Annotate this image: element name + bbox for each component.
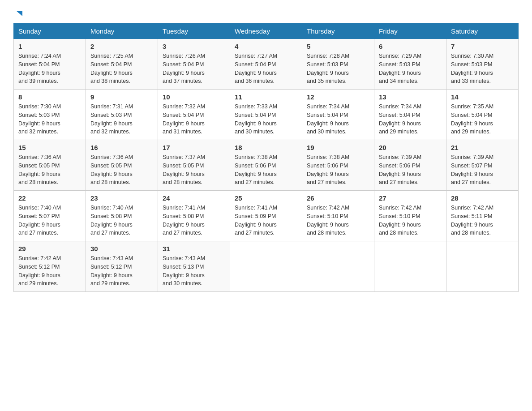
day-number: 24 [163, 194, 225, 202]
header-saturday: Saturday [446, 24, 519, 39]
calendar-cell: 17 Sunrise: 7:37 AM Sunset: 5:05 PM Dayl… [158, 140, 230, 191]
day-number: 26 [307, 194, 369, 202]
day-info: Sunrise: 7:29 AM Sunset: 5:03 PM Dayligh… [379, 52, 442, 86]
day-info: Sunrise: 7:36 AM Sunset: 5:05 PM Dayligh… [90, 153, 153, 187]
day-number: 20 [379, 144, 442, 151]
calendar-cell: 20 Sunrise: 7:39 AM Sunset: 5:06 PM Dayl… [374, 140, 446, 191]
day-number: 9 [90, 93, 153, 101]
day-number: 2 [90, 43, 153, 50]
day-info: Sunrise: 7:43 AM Sunset: 5:13 PM Dayligh… [163, 254, 225, 288]
day-info: Sunrise: 7:30 AM Sunset: 5:03 PM Dayligh… [18, 103, 81, 136]
calendar-cell: 28 Sunrise: 7:42 AM Sunset: 5:11 PM Dayl… [446, 191, 519, 241]
day-number: 11 [235, 93, 297, 101]
calendar-cell: 27 Sunrise: 7:42 AM Sunset: 5:10 PM Dayl… [374, 191, 446, 241]
calendar-week-row: 22 Sunrise: 7:40 AM Sunset: 5:07 PM Dayl… [14, 191, 519, 241]
day-number: 8 [18, 93, 81, 101]
day-number: 31 [163, 245, 225, 253]
page-header [13, 9, 519, 19]
calendar-cell: 8 Sunrise: 7:30 AM Sunset: 5:03 PM Dayli… [14, 90, 86, 140]
calendar-cell: 1 Sunrise: 7:24 AM Sunset: 5:04 PM Dayli… [14, 39, 86, 90]
calendar-cell: 6 Sunrise: 7:29 AM Sunset: 5:03 PM Dayli… [374, 39, 446, 90]
day-number: 22 [18, 194, 81, 202]
calendar-cell: 14 Sunrise: 7:35 AM Sunset: 5:04 PM Dayl… [446, 90, 519, 140]
calendar-cell: 4 Sunrise: 7:27 AM Sunset: 5:04 PM Dayli… [230, 39, 302, 90]
day-info: Sunrise: 7:42 AM Sunset: 5:10 PM Dayligh… [307, 204, 369, 237]
day-info: Sunrise: 7:38 AM Sunset: 5:06 PM Dayligh… [307, 153, 369, 187]
day-info: Sunrise: 7:25 AM Sunset: 5:04 PM Dayligh… [90, 52, 153, 86]
day-number: 7 [451, 43, 514, 50]
calendar-cell: 11 Sunrise: 7:33 AM Sunset: 5:04 PM Dayl… [230, 90, 302, 140]
day-info: Sunrise: 7:34 AM Sunset: 5:04 PM Dayligh… [379, 103, 442, 136]
day-number: 3 [163, 43, 225, 50]
calendar-cell: 29 Sunrise: 7:42 AM Sunset: 5:12 PM Dayl… [14, 241, 86, 292]
calendar-cell: 13 Sunrise: 7:34 AM Sunset: 5:04 PM Dayl… [374, 90, 446, 140]
calendar-cell: 12 Sunrise: 7:34 AM Sunset: 5:04 PM Dayl… [302, 90, 374, 140]
day-info: Sunrise: 7:35 AM Sunset: 5:04 PM Dayligh… [451, 103, 514, 136]
day-number: 17 [163, 144, 225, 151]
day-info: Sunrise: 7:40 AM Sunset: 5:08 PM Dayligh… [90, 204, 153, 237]
header-tuesday: Tuesday [158, 24, 230, 39]
calendar-cell: 24 Sunrise: 7:41 AM Sunset: 5:08 PM Dayl… [158, 191, 230, 241]
day-info: Sunrise: 7:26 AM Sunset: 5:04 PM Dayligh… [163, 52, 225, 86]
day-info: Sunrise: 7:38 AM Sunset: 5:06 PM Dayligh… [235, 153, 297, 187]
header-wednesday: Wednesday [230, 24, 302, 39]
day-number: 12 [307, 93, 369, 101]
calendar-cell [446, 241, 519, 292]
day-number: 10 [163, 93, 225, 101]
day-info: Sunrise: 7:40 AM Sunset: 5:07 PM Dayligh… [18, 204, 81, 237]
calendar-week-row: 8 Sunrise: 7:30 AM Sunset: 5:03 PM Dayli… [14, 90, 519, 140]
logo [13, 9, 24, 19]
day-info: Sunrise: 7:39 AM Sunset: 5:06 PM Dayligh… [379, 153, 442, 187]
day-number: 27 [379, 194, 442, 202]
calendar-header-row: SundayMondayTuesdayWednesdayThursdayFrid… [14, 24, 519, 39]
day-number: 25 [235, 194, 297, 202]
day-info: Sunrise: 7:43 AM Sunset: 5:12 PM Dayligh… [90, 254, 153, 288]
header-monday: Monday [86, 24, 158, 39]
calendar-cell: 26 Sunrise: 7:42 AM Sunset: 5:10 PM Dayl… [302, 191, 374, 241]
calendar-cell [374, 241, 446, 292]
calendar-cell: 22 Sunrise: 7:40 AM Sunset: 5:07 PM Dayl… [14, 191, 86, 241]
day-info: Sunrise: 7:34 AM Sunset: 5:04 PM Dayligh… [307, 103, 369, 136]
day-number: 14 [451, 93, 514, 101]
day-info: Sunrise: 7:31 AM Sunset: 5:03 PM Dayligh… [90, 103, 153, 136]
day-info: Sunrise: 7:33 AM Sunset: 5:04 PM Dayligh… [235, 103, 297, 136]
day-number: 30 [90, 245, 153, 253]
svg-marker-0 [16, 11, 22, 16]
calendar-cell: 23 Sunrise: 7:40 AM Sunset: 5:08 PM Dayl… [86, 191, 158, 241]
calendar-week-row: 15 Sunrise: 7:36 AM Sunset: 5:05 PM Dayl… [14, 140, 519, 191]
day-number: 6 [379, 43, 442, 50]
header-sunday: Sunday [14, 24, 86, 39]
day-info: Sunrise: 7:28 AM Sunset: 5:03 PM Dayligh… [307, 52, 369, 86]
header-thursday: Thursday [302, 24, 374, 39]
calendar-cell: 25 Sunrise: 7:41 AM Sunset: 5:09 PM Dayl… [230, 191, 302, 241]
day-info: Sunrise: 7:24 AM Sunset: 5:04 PM Dayligh… [18, 52, 81, 86]
calendar-cell [230, 241, 302, 292]
calendar-cell: 18 Sunrise: 7:38 AM Sunset: 5:06 PM Dayl… [230, 140, 302, 191]
day-info: Sunrise: 7:41 AM Sunset: 5:09 PM Dayligh… [235, 204, 297, 237]
day-info: Sunrise: 7:27 AM Sunset: 5:04 PM Dayligh… [235, 52, 297, 86]
day-number: 4 [235, 43, 297, 50]
day-info: Sunrise: 7:41 AM Sunset: 5:08 PM Dayligh… [163, 204, 225, 237]
day-number: 1 [18, 43, 81, 50]
day-number: 13 [379, 93, 442, 101]
calendar-table: SundayMondayTuesdayWednesdayThursdayFrid… [13, 23, 519, 292]
day-number: 18 [235, 144, 297, 151]
calendar-cell: 30 Sunrise: 7:43 AM Sunset: 5:12 PM Dayl… [86, 241, 158, 292]
day-info: Sunrise: 7:32 AM Sunset: 5:04 PM Dayligh… [163, 103, 225, 136]
calendar-cell: 7 Sunrise: 7:30 AM Sunset: 5:03 PM Dayli… [446, 39, 519, 90]
day-info: Sunrise: 7:42 AM Sunset: 5:11 PM Dayligh… [451, 204, 514, 237]
calendar-cell: 19 Sunrise: 7:38 AM Sunset: 5:06 PM Dayl… [302, 140, 374, 191]
day-info: Sunrise: 7:30 AM Sunset: 5:03 PM Dayligh… [451, 52, 514, 86]
calendar-cell [302, 241, 374, 292]
header-friday: Friday [374, 24, 446, 39]
day-number: 29 [18, 245, 81, 253]
day-number: 16 [90, 144, 153, 151]
day-info: Sunrise: 7:42 AM Sunset: 5:10 PM Dayligh… [379, 204, 442, 237]
calendar-week-row: 1 Sunrise: 7:24 AM Sunset: 5:04 PM Dayli… [14, 39, 519, 90]
calendar-cell: 10 Sunrise: 7:32 AM Sunset: 5:04 PM Dayl… [158, 90, 230, 140]
day-number: 15 [18, 144, 81, 151]
day-number: 23 [90, 194, 153, 202]
day-info: Sunrise: 7:36 AM Sunset: 5:05 PM Dayligh… [18, 153, 81, 187]
day-number: 19 [307, 144, 369, 151]
day-number: 21 [451, 144, 514, 151]
